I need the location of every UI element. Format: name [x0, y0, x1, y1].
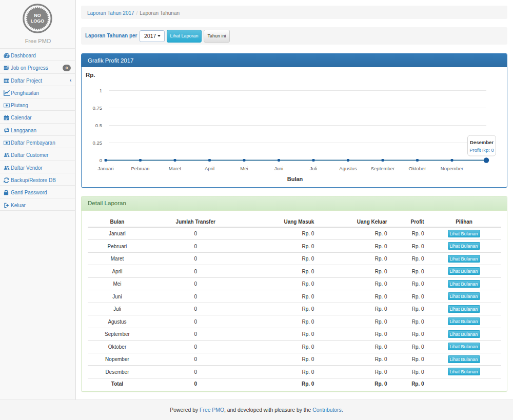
- svg-text:Pebruari: Pebruari: [131, 166, 150, 171]
- svg-text:Juli: Juli: [310, 166, 317, 171]
- svg-text:Agustus: Agustus: [339, 166, 357, 171]
- svg-text:NO: NO: [34, 13, 41, 18]
- svg-text:Nopember: Nopember: [441, 166, 463, 171]
- svg-text:Oktober: Oktober: [409, 166, 426, 171]
- svg-text:Maret: Maret: [169, 166, 182, 171]
- svg-text:0: 0: [100, 157, 102, 163]
- svg-text:April: April: [205, 166, 214, 171]
- svg-text:Profit Rp: 0: Profit Rp: 0: [469, 147, 494, 153]
- svg-text:0.5: 0.5: [95, 123, 102, 128]
- svg-text:September: September: [371, 166, 394, 171]
- svg-text:Januari: Januari: [97, 166, 113, 171]
- svg-text:0.25: 0.25: [93, 140, 103, 146]
- svg-text:Desember: Desember: [470, 139, 494, 145]
- svg-text:Mei: Mei: [240, 166, 248, 171]
- svg-text:1: 1: [100, 88, 102, 93]
- svg-text:Rp.: Rp.: [86, 72, 95, 78]
- svg-text:LOGO: LOGO: [31, 18, 45, 24]
- svg-text:Bulan: Bulan: [287, 176, 303, 182]
- svg-text:Juni: Juni: [274, 166, 283, 171]
- svg-text:0.75: 0.75: [93, 105, 103, 111]
